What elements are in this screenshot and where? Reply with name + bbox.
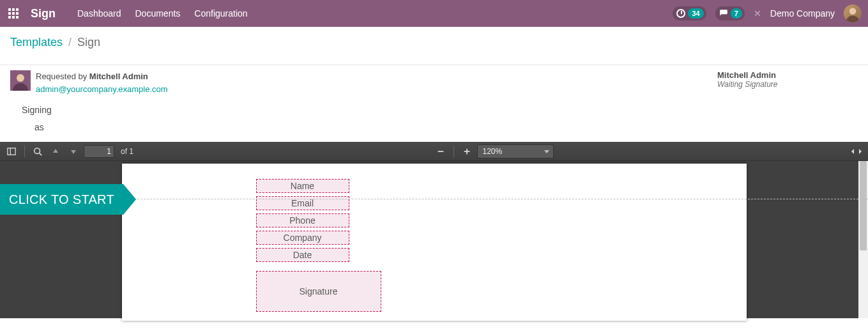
messages-indicator[interactable]: 7 — [715, 6, 745, 20]
field-company[interactable]: Company — [256, 231, 349, 245]
svg-point-2 — [17, 74, 24, 82]
svg-rect-3 — [8, 148, 15, 155]
next-page-icon[interactable] — [66, 144, 81, 158]
pdf-viewer: CLICK TO START Name Email Phone Company … — [0, 161, 868, 318]
field-phone[interactable]: Phone — [256, 213, 349, 227]
avatar[interactable] — [844, 4, 862, 22]
apps-icon[interactable] — [0, 0, 27, 27]
breadcrumb-bar: Templates / Sign — [0, 27, 868, 65]
nav-configuration[interactable]: Configuration — [194, 8, 247, 19]
requested-by-label: Requested by — [36, 72, 89, 81]
chat-icon — [719, 9, 728, 18]
cta-wrap: CLICK TO START — [0, 184, 123, 215]
activity-badge: 34 — [688, 8, 703, 19]
tools-icon[interactable] — [849, 144, 864, 158]
field-name[interactable]: Name — [256, 179, 349, 193]
prev-page-icon[interactable] — [48, 144, 63, 158]
request-right: Mitchell Admin Waiting Signature — [717, 70, 858, 95]
activity-indicator[interactable]: 34 — [673, 6, 706, 20]
breadcrumb-current: Sign — [77, 36, 100, 49]
signer-status: Waiting Signature — [717, 80, 858, 89]
breadcrumb-root[interactable]: Templates — [10, 36, 63, 49]
nav-right: 34 7 ✕ Demo Company — [673, 4, 862, 22]
request-left: Requested by Mitchell Admin admin@yourco… — [10, 70, 168, 95]
pdf-toolbar: of 1 120% — [0, 142, 868, 161]
top-nav: Sign Dashboard Documents Configuration 3… — [0, 0, 868, 27]
sidebar-toggle-icon[interactable] — [4, 144, 19, 158]
nav-documents[interactable]: Documents — [135, 8, 181, 19]
pdf-wrap: of 1 120% CLICK TO START Name Email Ph — [0, 142, 868, 318]
requester-email[interactable]: admin@yourcompany.example.com — [36, 83, 168, 96]
zoom-value: 120% — [483, 147, 503, 156]
page-total-label: of 1 — [117, 147, 137, 156]
zoom-select[interactable]: 120% — [477, 144, 554, 158]
signing-label: Signing — [22, 102, 868, 119]
company-name[interactable]: Demo Company — [770, 8, 835, 19]
requester-avatar — [10, 70, 31, 91]
clock-icon — [676, 9, 685, 18]
close-icon[interactable]: ✕ — [754, 8, 761, 19]
requester-name: Mitchell Admin — [89, 72, 148, 81]
messages-badge: 7 — [731, 8, 742, 19]
apps-grid-icon — [8, 8, 19, 19]
document-page: Name Email Phone Company Date Signature — [122, 164, 747, 321]
app-brand[interactable]: Sign — [27, 7, 70, 20]
page-number-input[interactable] — [84, 145, 114, 158]
field-date[interactable]: Date — [256, 248, 349, 262]
zoom-out-icon[interactable] — [433, 144, 448, 158]
signing-as-block: Signing as — [0, 95, 868, 142]
request-text: Requested by Mitchell Admin admin@yourco… — [36, 70, 168, 95]
breadcrumb-separator: / — [68, 36, 72, 49]
svg-point-0 — [849, 8, 857, 15]
click-to-start-button[interactable]: CLICK TO START — [0, 184, 123, 215]
nav-menu: Dashboard Documents Configuration — [77, 8, 248, 19]
nav-dashboard[interactable]: Dashboard — [77, 8, 121, 19]
scrollbar-track[interactable] — [858, 161, 868, 318]
svg-point-5 — [34, 148, 40, 153]
search-icon[interactable] — [30, 144, 45, 158]
field-signature[interactable]: Signature — [256, 271, 381, 312]
zoom-in-icon[interactable] — [459, 144, 475, 158]
signing-as-label: as — [22, 119, 868, 136]
svg-line-6 — [40, 153, 42, 155]
breadcrumb: Templates / Sign — [10, 36, 858, 49]
scrollbar-thumb[interactable] — [860, 161, 867, 250]
request-info: Requested by Mitchell Admin admin@yourco… — [0, 65, 868, 95]
signer-name: Mitchell Admin — [717, 70, 858, 80]
